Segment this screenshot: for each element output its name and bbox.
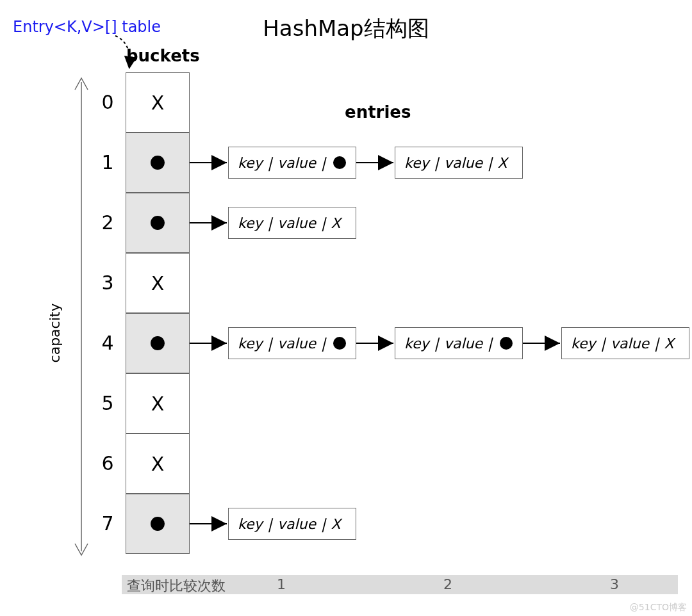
bucket-index: 7 (95, 512, 120, 535)
entry-node: key|value| (228, 147, 356, 179)
entry-value: value (444, 155, 482, 171)
entry-value: value (444, 336, 482, 352)
bucket-index: 3 (95, 272, 120, 294)
bucket-index: 5 (95, 392, 120, 414)
entry-key: key (404, 336, 429, 352)
entry-node: key|value| X (228, 207, 356, 239)
entry-node: key|value| (228, 327, 356, 359)
pointer-dot-icon (500, 337, 513, 350)
entry-key: key (404, 155, 429, 171)
bucket-index: 4 (95, 332, 120, 354)
entry-next-null: X (331, 215, 340, 231)
entry-key: key (238, 215, 263, 231)
entry-next-null: X (664, 336, 673, 352)
entry-key: key (238, 336, 263, 352)
entry-next-null: X (331, 516, 340, 532)
bucket-index: 2 (95, 211, 120, 234)
entry-key: key (238, 155, 263, 171)
pointer-dot-icon (333, 337, 346, 350)
entry-node: key|value| X (228, 508, 356, 540)
bucket-index: 0 (95, 91, 120, 113)
entry-value: value (277, 215, 316, 231)
bucket-index: 6 (95, 452, 120, 474)
entry-key: key (238, 516, 263, 532)
entry-value: value (277, 516, 316, 532)
entry-value: value (277, 336, 316, 352)
entry-next-null: X (497, 155, 507, 171)
entry-node: key|value| X (395, 147, 523, 179)
bucket-index: 1 (95, 151, 120, 174)
entry-node: key|value| X (561, 327, 689, 359)
entry-node: key|value| (395, 327, 523, 359)
entry-value: value (277, 155, 316, 171)
pointer-dot-icon (333, 156, 346, 169)
entry-key: key (571, 336, 596, 352)
entry-value: value (611, 336, 649, 352)
